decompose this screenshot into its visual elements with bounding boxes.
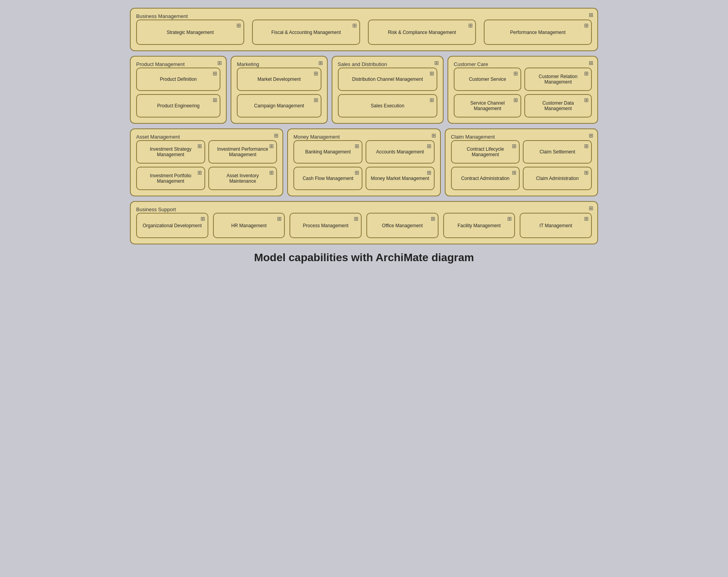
- marketing-icon: [318, 60, 323, 66]
- child-claim-admin[interactable]: Claim Administration: [523, 167, 592, 190]
- sales-section: Sales and Distribution Distribution Chan…: [332, 56, 444, 124]
- org-dev-icon: [201, 215, 205, 222]
- child-risk[interactable]: Risk & Compliance Management: [368, 20, 476, 45]
- child-contract-admin[interactable]: Contract Administration: [451, 167, 520, 190]
- money-management-title: Money Management: [293, 134, 340, 140]
- invest-portfolio-icon: [197, 169, 202, 176]
- fiscal-icon: [352, 22, 357, 28]
- money-management-section: Money Management Banking Management Acco…: [287, 128, 440, 196]
- invest-perf-icon: [269, 143, 274, 149]
- it-icon: [584, 215, 589, 222]
- sales-exec-icon: [430, 97, 434, 103]
- product-eng-icon: [213, 97, 217, 103]
- child-cust-service[interactable]: Customer Service: [454, 68, 521, 91]
- child-process[interactable]: Process Management: [289, 213, 362, 238]
- child-asset-inventory[interactable]: Asset Inventory Maintenance: [208, 167, 277, 190]
- child-accounts[interactable]: Accounts Management: [366, 140, 435, 164]
- asset-inventory-icon: [269, 169, 274, 176]
- marketing-inner: Market Development Campaign Management: [237, 68, 321, 118]
- sales-icon: [434, 60, 439, 66]
- child-campaign[interactable]: Campaign Management: [237, 94, 321, 118]
- sales-inner: Distribution Channel Management Sales Ex…: [338, 68, 438, 118]
- contract-admin-icon: [512, 169, 517, 176]
- customer-care-section: Customer Care Customer Service Customer …: [447, 56, 598, 124]
- child-money-market[interactable]: Money Market Management: [366, 167, 435, 190]
- strategic-icon: [236, 22, 241, 28]
- child-service-channel[interactable]: Service Channel Management: [454, 94, 521, 118]
- business-management-section: Business Management Strategic Management…: [130, 8, 598, 51]
- process-icon: [354, 215, 359, 222]
- risk-icon: [468, 22, 473, 28]
- hr-icon: [277, 215, 282, 222]
- cash-flow-icon: [355, 169, 359, 176]
- invest-strategy-icon: [197, 143, 202, 149]
- money-management-icon: [431, 132, 436, 139]
- asset-management-section: Asset Management Investment Strategy Man…: [130, 128, 283, 196]
- child-product-eng[interactable]: Product Engineering: [136, 94, 220, 118]
- child-contract-lifecycle[interactable]: Contract Lifecycle Management: [451, 140, 520, 164]
- customer-care-title: Customer Care: [454, 61, 488, 67]
- asset-management-title: Asset Management: [136, 134, 180, 140]
- child-distribution[interactable]: Distribution Channel Management: [338, 68, 438, 91]
- claim-admin-icon: [584, 169, 589, 176]
- product-management-inner: Product Definition Product Engineering: [136, 68, 220, 118]
- contract-lifecycle-icon: [512, 143, 517, 149]
- business-support-section: Business Support Organizational Developm…: [130, 201, 598, 244]
- child-office[interactable]: Office Management: [366, 213, 439, 238]
- cust-relation-icon: [584, 70, 589, 77]
- claim-management-section: Claim Management Contract Lifecycle Mana…: [445, 128, 598, 196]
- money-market-icon: [427, 169, 431, 176]
- child-invest-portfolio[interactable]: Investment Portfolio Management: [136, 167, 205, 190]
- child-invest-strategy[interactable]: Investment Strategy Management: [136, 140, 205, 164]
- child-fiscal[interactable]: Fiscal & Accounting Management: [252, 20, 360, 45]
- service-channel-icon: [513, 97, 518, 103]
- business-management-title: Business Management: [136, 13, 188, 19]
- customer-care-icon: [589, 60, 593, 66]
- business-management-icon: [589, 12, 593, 18]
- product-management-title: Product Management: [136, 61, 185, 67]
- claim-management-icon: [589, 132, 593, 139]
- child-hr[interactable]: HR Management: [213, 213, 285, 238]
- product-management-section: Product Management Product Definition Pr…: [130, 56, 227, 124]
- business-support-icon: [589, 205, 593, 211]
- cust-data-icon: [584, 97, 589, 103]
- child-banking[interactable]: Banking Management: [293, 140, 362, 164]
- claim-settlement-icon: [584, 143, 589, 149]
- child-cust-data[interactable]: Customer Data Management: [524, 94, 592, 118]
- child-cust-relation[interactable]: Customer Relation Management: [524, 68, 592, 91]
- performance-icon: [584, 22, 589, 28]
- marketing-section: Marketing Market Development Campaign Ma…: [231, 56, 327, 124]
- child-it[interactable]: IT Management: [520, 213, 592, 238]
- product-def-icon: [213, 70, 217, 77]
- claim-management-inner: Contract Lifecycle Management Claim Sett…: [451, 140, 592, 190]
- banking-icon: [355, 143, 359, 149]
- page-title: Model capabilities with ArchiMate diagra…: [254, 251, 474, 264]
- asset-management-inner: Investment Strategy Management Investmen…: [136, 140, 277, 190]
- child-org-dev[interactable]: Organizational Development: [136, 213, 208, 238]
- campaign-icon: [314, 97, 318, 103]
- product-management-icon: [217, 60, 222, 66]
- diagram-wrapper: Business Management Strategic Management…: [130, 8, 598, 244]
- child-product-def[interactable]: Product Definition: [136, 68, 220, 91]
- child-market-dev[interactable]: Market Development: [237, 68, 321, 91]
- child-strategic[interactable]: Strategic Management: [136, 20, 244, 45]
- child-facility[interactable]: Facility Management: [443, 213, 515, 238]
- facility-icon: [507, 215, 512, 222]
- claim-management-title: Claim Management: [451, 134, 495, 140]
- sales-title: Sales and Distribution: [338, 61, 387, 67]
- child-sales-exec[interactable]: Sales Execution: [338, 94, 438, 118]
- child-performance[interactable]: Performance Management: [484, 20, 592, 45]
- customer-care-inner: Customer Service Customer Relation Manag…: [454, 68, 592, 118]
- business-support-title: Business Support: [136, 207, 176, 212]
- accounts-icon: [427, 143, 431, 149]
- row2: Product Management Product Definition Pr…: [130, 56, 598, 124]
- child-invest-perf[interactable]: Investment Performance Management: [208, 140, 277, 164]
- asset-management-icon: [274, 132, 279, 139]
- child-claim-settlement[interactable]: Claim Settlement: [523, 140, 592, 164]
- marketing-title: Marketing: [237, 61, 259, 67]
- money-management-inner: Banking Management Accounts Management C…: [293, 140, 434, 190]
- office-icon: [431, 215, 435, 222]
- market-dev-icon: [314, 70, 318, 77]
- business-management-inner: Strategic Management Fiscal & Accounting…: [136, 20, 592, 45]
- child-cash-flow[interactable]: Cash Flow Management: [293, 167, 362, 190]
